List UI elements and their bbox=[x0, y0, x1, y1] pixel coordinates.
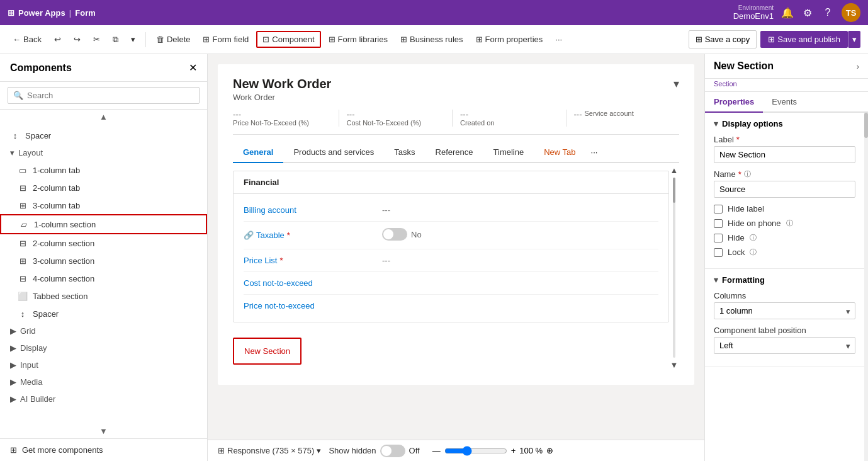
sidebar-item-2col-tab[interactable]: ⊟ 2-column tab bbox=[0, 179, 207, 196]
zoom-fit-icon[interactable]: ⊕ bbox=[546, 446, 553, 455]
show-hidden-toggle[interactable] bbox=[380, 445, 405, 457]
name-input[interactable] bbox=[714, 181, 855, 198]
chevron-down-icon[interactable]: ▾ bbox=[674, 77, 679, 91]
help-icon[interactable]: ? bbox=[821, 6, 834, 19]
tab-timeline[interactable]: Timeline bbox=[483, 142, 534, 163]
header-field-4: --- Service account bbox=[566, 110, 680, 127]
save-copy-button[interactable]: ⊞ Save a copy bbox=[689, 30, 757, 48]
required-indicator: * bbox=[279, 256, 283, 265]
toolbar-more-button[interactable]: ··· bbox=[550, 32, 567, 47]
form-properties-button[interactable]: ⊞ Form properties bbox=[471, 32, 548, 47]
new-section-placeholder[interactable]: New Section bbox=[233, 338, 302, 365]
sidebar-item-spacer[interactable]: ↕ Spacer bbox=[0, 305, 207, 322]
copy-button[interactable]: ⧉ bbox=[108, 32, 123, 47]
columns-prop-row: Columns 1 column 2 columns 3 columns 4 c… bbox=[714, 291, 855, 319]
save-publish-dropdown[interactable]: ▾ bbox=[848, 31, 860, 48]
tab-tasks[interactable]: Tasks bbox=[384, 142, 425, 163]
sidebar-item-tabbed-section[interactable]: ⬜ Tabbed section bbox=[0, 287, 207, 305]
columns-text: Columns bbox=[714, 291, 746, 300]
taxable-toggle[interactable]: No bbox=[382, 228, 422, 241]
back-button[interactable]: ← Back bbox=[8, 32, 47, 47]
zoom-in-button[interactable]: + bbox=[511, 446, 516, 455]
settings-icon[interactable]: ⚙ bbox=[801, 6, 814, 19]
right-panel-header: New Section › bbox=[705, 54, 868, 79]
sidebar-item-1col-tab[interactable]: ▭ 1-column tab bbox=[0, 161, 207, 179]
tab-new[interactable]: New Tab bbox=[534, 142, 585, 163]
columns-select[interactable]: 1 column 2 columns 3 columns 4 columns bbox=[714, 302, 855, 319]
hide-on-phone-checkbox[interactable] bbox=[714, 219, 723, 228]
tab-more-button[interactable]: ··· bbox=[586, 142, 603, 162]
lock-checkbox[interactable] bbox=[714, 248, 723, 257]
expand-icon: ▶ bbox=[10, 343, 16, 353]
sidebar-section-layout[interactable]: ▾ Layout bbox=[0, 144, 207, 161]
apps-launcher[interactable]: ⊞ Power Apps | Form bbox=[8, 8, 96, 18]
sidebar-close-button[interactable]: ✕ bbox=[189, 62, 197, 74]
formatting-header[interactable]: ▾ Formatting bbox=[714, 275, 855, 285]
sidebar-header: Components ✕ bbox=[0, 54, 207, 82]
business-rules-button[interactable]: ⊞ Business rules bbox=[395, 32, 468, 47]
comp-label-pos-select[interactable]: Left Right Top bbox=[714, 337, 855, 354]
libraries-icon: ⊞ bbox=[329, 35, 335, 44]
hide-label-checkbox[interactable] bbox=[714, 205, 723, 213]
sidebar-item-1col-section[interactable]: ▱ 1-column section bbox=[0, 214, 207, 234]
scroll-up-btn[interactable]: ▲ bbox=[0, 110, 207, 124]
avatar[interactable]: TS bbox=[842, 3, 860, 22]
search-input[interactable] bbox=[27, 91, 194, 100]
sidebar-section-ai[interactable]: ▶ AI Builder bbox=[0, 390, 207, 407]
get-more-icon: ⊞ bbox=[10, 445, 17, 455]
get-more-components-button[interactable]: ⊞ Get more components bbox=[0, 438, 207, 461]
sidebar-item-spacer-top[interactable]: ↕ Spacer bbox=[0, 127, 207, 144]
scroll-down-section[interactable]: ▼ bbox=[670, 360, 679, 370]
more-undo-button[interactable]: ▾ bbox=[126, 32, 140, 47]
tab-events[interactable]: Events bbox=[763, 92, 806, 113]
sidebar-content: ↕ Spacer ▾ Layout ▭ 1-column tab ⊟ 2-col… bbox=[0, 124, 207, 424]
sidebar-section-media[interactable]: ▶ Media bbox=[0, 373, 207, 390]
sidebar-item-2col-section[interactable]: ⊟ 2-column section bbox=[0, 234, 207, 252]
hide-checkbox[interactable] bbox=[714, 234, 723, 242]
display-options-label: Display options bbox=[722, 119, 783, 128]
hide-label-checkbox-row[interactable]: Hide label bbox=[714, 204, 855, 213]
zoom-slider[interactable] bbox=[444, 446, 507, 456]
sidebar-section-grid[interactable]: ▶ Grid bbox=[0, 322, 207, 339]
tab-properties[interactable]: Properties bbox=[705, 92, 763, 113]
scroll-up-section[interactable]: ▲ bbox=[670, 166, 679, 175]
component-button[interactable]: ⊡ Component bbox=[256, 31, 320, 48]
form-libraries-button[interactable]: ⊞ Form libraries bbox=[324, 32, 393, 47]
sidebar-section-display[interactable]: ▶ Display bbox=[0, 339, 207, 356]
notifications-icon[interactable]: 🔔 bbox=[781, 6, 794, 19]
right-panel-chevron[interactable]: › bbox=[857, 62, 859, 71]
cut-button[interactable]: ✂ bbox=[88, 32, 105, 47]
hide-checkbox-row[interactable]: Hide ⓘ bbox=[714, 233, 855, 242]
zoom-out-button[interactable]: — bbox=[432, 446, 441, 455]
info-icon: ⓘ bbox=[744, 169, 751, 179]
search-box[interactable]: 🔍 bbox=[8, 87, 200, 104]
hide-on-phone-checkbox-row[interactable]: Hide on phone ⓘ bbox=[714, 219, 855, 228]
lock-checkbox-row[interactable]: Lock ⓘ bbox=[714, 248, 855, 257]
tab-products[interactable]: Products and services bbox=[283, 142, 384, 163]
redo-button[interactable]: ↪ bbox=[69, 32, 86, 47]
tab-general[interactable]: General bbox=[233, 142, 283, 163]
scroll-down-btn[interactable]: ▼ bbox=[0, 424, 207, 438]
sidebar-item-4col-section[interactable]: ⊟ 4-column section bbox=[0, 270, 207, 287]
grid-apps-icon: ⊞ bbox=[8, 8, 14, 18]
sidebar-item-3col-section[interactable]: ⊞ 3-column section bbox=[0, 252, 207, 270]
form-field-button[interactable]: ⊞ Form field bbox=[198, 32, 254, 47]
spacer-icon: ↕ bbox=[10, 130, 20, 140]
zoom-level: 100 % bbox=[519, 446, 543, 455]
field-taxable: 🔗 Taxable * bbox=[244, 222, 658, 249]
sidebar-item-3col-tab[interactable]: ⊞ 3-column tab bbox=[0, 196, 207, 214]
responsive-button[interactable]: ⊞ Responsive (735 × 575) ▾ bbox=[218, 446, 321, 455]
delete-button[interactable]: 🗑 Delete bbox=[151, 32, 196, 47]
right-panel-scrollbar[interactable] bbox=[864, 113, 868, 461]
undo-button[interactable]: ↩ bbox=[49, 32, 66, 47]
sidebar-section-input[interactable]: ▶ Input bbox=[0, 356, 207, 373]
field-label: Price List bbox=[244, 256, 277, 265]
tab-reference[interactable]: Reference bbox=[426, 142, 483, 163]
4col-section-icon: ⊟ bbox=[18, 273, 28, 283]
formatting-section: ▾ Formatting Columns 1 column 2 columns bbox=[705, 269, 864, 367]
label-input[interactable] bbox=[714, 146, 855, 163]
display-options-header[interactable]: ▾ Display options bbox=[714, 119, 855, 128]
display-options-section: ▾ Display options Label * Na bbox=[705, 113, 864, 269]
toggle-control[interactable] bbox=[382, 228, 407, 241]
save-publish-button[interactable]: ⊞ Save and publish bbox=[760, 31, 848, 48]
